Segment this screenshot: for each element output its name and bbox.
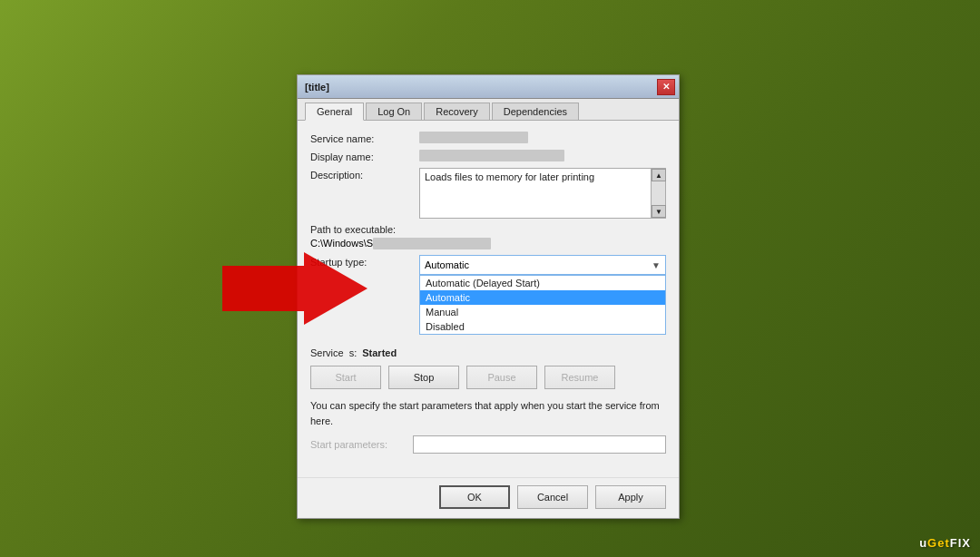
startup-type-label: Startup type:: [310, 255, 419, 268]
startup-selected-value: Automatic: [425, 259, 469, 270]
path-value: C:\Windows\S: [310, 237, 666, 249]
dialog-content: Service name: Display name: Description:…: [298, 121, 679, 477]
dropdown-option-disabled[interactable]: Disabled: [420, 319, 665, 334]
stop-service-button[interactable]: Stop: [388, 366, 459, 389]
dropdown-arrow-icon: ▼: [652, 260, 661, 270]
close-button[interactable]: ✕: [657, 79, 675, 95]
path-label: Path to executable:: [310, 224, 666, 235]
display-name-value: [419, 150, 564, 161]
title-buttons: ✕: [657, 79, 675, 95]
scroll-up-btn[interactable]: ▲: [652, 169, 666, 181]
description-label: Description:: [310, 168, 419, 181]
tab-recovery[interactable]: Recovery: [424, 103, 489, 120]
lower-section: Service s: Started Start Stop Pause Resu…: [310, 347, 666, 454]
description-row: Description: Loads files to memory for l…: [310, 168, 666, 219]
window-title: [title]: [305, 82, 329, 93]
display-name-label: Display name:: [310, 150, 419, 162]
dropdown-option-automatic[interactable]: Automatic: [420, 290, 665, 305]
pause-service-button[interactable]: Pause: [466, 366, 537, 389]
tab-bar: General Log On Recovery Dependencies: [298, 99, 679, 121]
startup-dropdown-list: Automatic (Delayed Start) Automatic Manu…: [419, 275, 666, 335]
watermark-suffix: FIX: [950, 536, 971, 550]
service-name-value: [419, 132, 528, 143]
service-status-prefix: Service: [310, 347, 344, 358]
desktop: [title] ✕ General Log On Recovery Depend…: [0, 0, 980, 557]
tab-general[interactable]: General: [305, 103, 364, 121]
cancel-button[interactable]: Cancel: [517, 485, 588, 509]
scroll-down-btn[interactable]: ▼: [652, 205, 666, 218]
apply-button[interactable]: Apply: [595, 485, 666, 509]
tab-logon[interactable]: Log On: [366, 103, 422, 120]
startup-type-dropdown[interactable]: Automatic ▼: [419, 255, 666, 275]
display-name-row: Display name:: [310, 150, 666, 162]
startup-dropdown-container: Automatic ▼ Automatic (Delayed Start) Au…: [419, 255, 666, 275]
startup-type-row: Startup type: Automatic ▼ Automatic (Del…: [310, 255, 666, 275]
ok-button[interactable]: OK: [439, 485, 510, 509]
dropdown-option-manual[interactable]: Manual: [420, 305, 665, 319]
info-text: You can specify the start parameters tha…: [310, 398, 666, 428]
service-buttons: Start Stop Pause Resume: [310, 366, 666, 389]
watermark-highlight: Get: [927, 536, 950, 550]
path-row: Path to executable: C:\Windows\S: [310, 224, 666, 249]
description-box: Loads files to memory for later printing…: [419, 168, 666, 219]
service-name-row: Service name:: [310, 132, 666, 144]
start-params-row: Start parameters:: [310, 435, 666, 454]
description-scrollbar[interactable]: ▲ ▼: [651, 169, 665, 218]
start-params-label: Start parameters:: [310, 439, 406, 450]
resume-service-button[interactable]: Resume: [544, 366, 615, 389]
bottom-buttons: OK Cancel Apply: [298, 477, 679, 518]
watermark-prefix: u: [919, 536, 927, 550]
path-prefix: C:\Windows\S: [310, 238, 373, 249]
service-status-value: Started: [362, 347, 397, 358]
title-bar: [title] ✕: [298, 75, 679, 99]
start-service-button[interactable]: Start: [310, 366, 381, 389]
start-params-input[interactable]: [413, 435, 666, 454]
service-status-row: Service s: Started: [310, 347, 666, 358]
service-status-sub: s:: [349, 347, 358, 358]
watermark: uGetFIX: [919, 536, 971, 550]
dropdown-option-delayed[interactable]: Automatic (Delayed Start): [420, 276, 665, 290]
path-blurred: [373, 238, 491, 249]
tab-dependencies[interactable]: Dependencies: [492, 103, 579, 120]
description-text: Loads files to memory for later printing: [425, 171, 661, 215]
service-name-label: Service name:: [310, 132, 419, 144]
dialog-window: [title] ✕ General Log On Recovery Depend…: [297, 74, 680, 519]
